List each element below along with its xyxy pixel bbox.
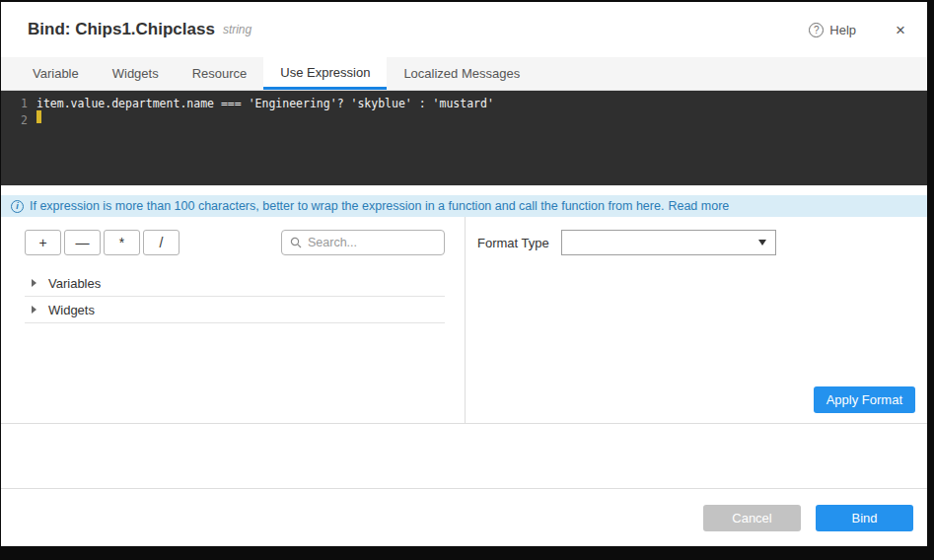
help-button[interactable]: Help bbox=[829, 23, 856, 37]
bind-button[interactable]: Bind bbox=[816, 505, 913, 531]
bind-dialog: Bind: Chips1.Chipclass string ? Help × V… bbox=[1, 2, 927, 546]
tab-localized-messages[interactable]: Localized Messages bbox=[387, 57, 537, 90]
expression-helper-panel: + — * / Variables bbox=[1, 217, 466, 423]
line-number: 1 bbox=[1, 96, 36, 112]
operator-toolbar: + — * / bbox=[25, 230, 445, 255]
text-cursor bbox=[36, 110, 41, 123]
operator-plus-button[interactable]: + bbox=[25, 230, 61, 255]
tree-item-label: Variables bbox=[48, 276, 101, 291]
dialog-header: Bind: Chips1.Chipclass string ? Help × bbox=[1, 2, 927, 57]
expression-code: item.value.department.name === 'Engineer… bbox=[36, 96, 494, 112]
dialog-title: Bind: Chips1.Chipclass bbox=[28, 20, 215, 39]
editor-line-1: 1 item.value.department.name === 'Engine… bbox=[1, 96, 927, 112]
binding-tree: Variables Widgets bbox=[25, 270, 445, 323]
tab-use-expression[interactable]: Use Expression bbox=[263, 57, 387, 90]
main-panels: + — * / Variables bbox=[1, 217, 927, 424]
caret-right-icon bbox=[32, 279, 36, 287]
dialog-footer: Cancel Bind bbox=[1, 489, 927, 546]
preview-area bbox=[1, 424, 927, 489]
format-type-select[interactable] bbox=[561, 230, 776, 255]
editor-line-2: 2 bbox=[1, 112, 927, 129]
close-icon[interactable]: × bbox=[896, 22, 905, 38]
format-type-label: Format Type bbox=[477, 236, 549, 250]
tree-item-widgets[interactable]: Widgets bbox=[25, 297, 445, 323]
info-bar: i If expression is more than 100 charact… bbox=[1, 195, 927, 217]
spacer bbox=[1, 185, 927, 195]
cancel-button[interactable]: Cancel bbox=[703, 505, 801, 531]
caret-right-icon bbox=[32, 306, 36, 314]
info-text: If expression is more than 100 character… bbox=[30, 195, 664, 217]
expression-editor[interactable]: 1 item.value.department.name === 'Engine… bbox=[1, 91, 927, 185]
binding-type-label: string bbox=[223, 23, 251, 36]
operator-minus-button[interactable]: — bbox=[64, 230, 101, 255]
apply-format-button[interactable]: Apply Format bbox=[814, 386, 915, 413]
tree-item-label: Widgets bbox=[48, 303, 95, 317]
search-box[interactable] bbox=[281, 230, 445, 255]
dialog-tabbar: Variable Widgets Resource Use Expression… bbox=[1, 57, 927, 91]
tab-variable[interactable]: Variable bbox=[16, 57, 96, 90]
info-icon: i bbox=[11, 200, 24, 213]
tree-item-variables[interactable]: Variables bbox=[25, 270, 445, 297]
operator-multiply-button[interactable]: * bbox=[104, 230, 140, 255]
help-icon[interactable]: ? bbox=[809, 23, 824, 37]
search-input[interactable] bbox=[308, 236, 436, 249]
tab-widgets[interactable]: Widgets bbox=[96, 57, 176, 90]
line-number: 2 bbox=[1, 112, 36, 129]
read-more-link[interactable]: Read more bbox=[668, 195, 729, 217]
search-icon bbox=[290, 237, 302, 248]
format-panel: Format Type Apply Format bbox=[466, 217, 927, 423]
operator-divide-button[interactable]: / bbox=[143, 230, 180, 255]
tab-resource[interactable]: Resource bbox=[176, 57, 264, 90]
chevron-down-icon bbox=[758, 240, 766, 245]
